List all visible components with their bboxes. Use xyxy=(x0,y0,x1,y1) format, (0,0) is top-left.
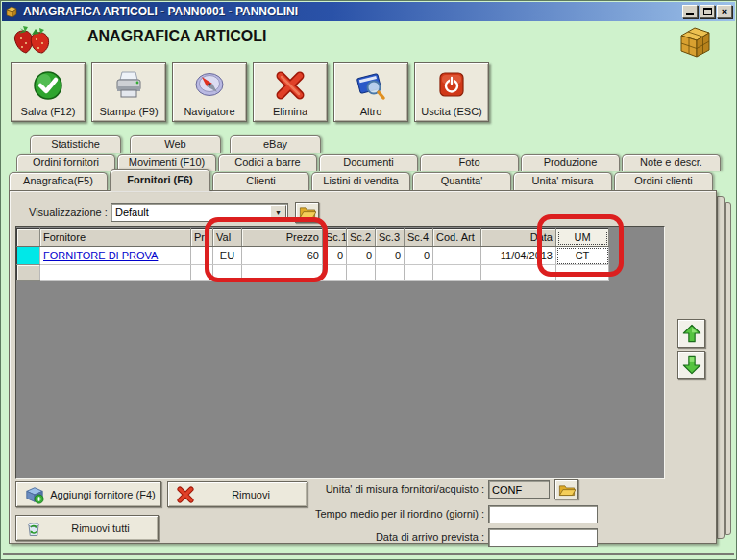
strawberries-icon xyxy=(11,22,55,57)
print-button[interactable]: Stampa (F9) xyxy=(91,62,166,122)
view-selector-dropdown[interactable]: Default ▼ xyxy=(111,203,288,222)
tab-codici-a-barre[interactable]: Codici a barre xyxy=(218,154,317,171)
arrow-up-icon xyxy=(681,323,702,344)
col-header-prezzo[interactable]: Prezzo xyxy=(242,229,323,247)
col-header-sc1[interactable]: Sc.1 xyxy=(323,229,347,247)
col-header-selector[interactable] xyxy=(17,229,40,247)
remove-all-button[interactable]: Rimuovi tutti xyxy=(15,515,159,541)
tab-produzione[interactable]: Produzione xyxy=(521,154,620,171)
package-cube-icon xyxy=(676,24,713,59)
cell-sc3[interactable]: 0 xyxy=(376,247,405,265)
tab-unita-misura[interactable]: Unita' misura xyxy=(513,172,612,190)
table-header-row: Fornitore Pri Val Prezzo Sc.1 Sc.2 Sc.3 … xyxy=(17,229,609,247)
trash-recycle-icon xyxy=(24,519,43,538)
tab-documenti[interactable]: Documenti xyxy=(319,154,418,171)
cell-cod-art[interactable] xyxy=(433,265,481,281)
um-fornitori-label: Unita' di misura fornitori/acquisto : xyxy=(163,483,484,495)
more-button[interactable]: Altro xyxy=(333,62,408,122)
red-x-icon xyxy=(274,69,307,102)
view-folder-button[interactable] xyxy=(295,202,319,223)
col-header-sc4[interactable]: Sc.4 xyxy=(405,229,433,247)
tab-web[interactable]: Web xyxy=(130,135,221,153)
cell-pri[interactable] xyxy=(191,265,213,281)
maximize-button[interactable] xyxy=(700,5,715,18)
cell-data[interactable] xyxy=(481,265,556,281)
window-bottom-edge xyxy=(3,553,734,555)
arrow-down-icon xyxy=(681,354,702,376)
cell-prezzo[interactable]: 60 xyxy=(242,247,323,265)
save-button-label: Salva (F12) xyxy=(21,106,76,117)
col-header-fornitore[interactable]: Fornitore xyxy=(40,229,191,247)
col-header-pri[interactable]: Pri xyxy=(191,229,213,247)
cell-prezzo[interactable] xyxy=(242,265,323,281)
riordino-input[interactable] xyxy=(488,505,598,523)
suppliers-table: Fornitore Pri Val Prezzo Sc.1 Sc.2 Sc.3 … xyxy=(16,228,609,281)
cell-sc2[interactable]: 0 xyxy=(347,247,376,265)
save-button[interactable]: Salva (F12) xyxy=(11,62,86,122)
close-icon: × xyxy=(722,7,727,17)
tab-clienti[interactable]: Clienti xyxy=(212,172,309,190)
tab-anagrafica[interactable]: Anagrafica(F5) xyxy=(9,172,108,190)
cell-sc2[interactable] xyxy=(347,265,376,281)
cell-um-selected[interactable]: CT xyxy=(556,247,609,265)
move-up-button[interactable] xyxy=(677,319,705,348)
navigator-button[interactable]: Navigatore xyxy=(172,62,247,122)
delete-button[interactable]: Elimina xyxy=(253,62,328,122)
app-window: ANAGRAFICA ARTICOLI - PANN0001 - PANNOLI… xyxy=(0,0,737,560)
folder-icon xyxy=(558,483,576,497)
more-button-label: Altro xyxy=(360,106,382,117)
cell-sc1[interactable]: 0 xyxy=(323,247,347,265)
exit-button[interactable]: Uscita (ESC) xyxy=(414,62,489,122)
col-header-val[interactable]: Val xyxy=(213,229,242,247)
um-folder-button[interactable] xyxy=(554,479,578,499)
tab-ebay[interactable]: eBay xyxy=(230,135,321,153)
cell-fornitore[interactable]: FORNITORE DI PROVA xyxy=(40,247,191,265)
cell-fornitore[interactable] xyxy=(40,265,191,281)
data-arrivo-input[interactable] xyxy=(488,528,598,547)
move-down-button[interactable] xyxy=(677,351,705,379)
supplier-link[interactable]: FORNITORE DI PROVA xyxy=(43,250,158,261)
chevron-down-icon[interactable]: ▼ xyxy=(270,205,286,220)
col-header-sc3[interactable]: Sc.3 xyxy=(376,229,405,247)
tab-statistiche[interactable]: Statistiche xyxy=(30,135,121,153)
tab-foto[interactable]: Foto xyxy=(420,154,519,171)
minimize-button[interactable] xyxy=(682,5,698,18)
cell-sc4[interactable] xyxy=(405,265,433,281)
cell-sc3[interactable] xyxy=(376,265,405,281)
suppliers-grid-area: Fornitore Pri Val Prezzo Sc.1 Sc.2 Sc.3 … xyxy=(15,226,665,479)
tab-fornitori[interactable]: Fornitori (F6) xyxy=(110,169,210,191)
save-check-icon xyxy=(32,69,64,102)
stacked-page-edge xyxy=(725,202,731,535)
col-header-cod-art[interactable]: Cod. Art xyxy=(433,229,481,247)
table-row-empty xyxy=(17,265,609,281)
close-button[interactable]: × xyxy=(717,5,732,18)
cell-val[interactable] xyxy=(213,265,242,281)
app-cube-icon xyxy=(5,5,18,18)
col-header-sc2[interactable]: Sc.2 xyxy=(347,229,376,247)
tab-listini-di-vendita[interactable]: Listini di vendita xyxy=(311,172,410,190)
fornitori-panel: Visualizzazione : Default ▼ Fornitore xyxy=(9,190,717,544)
window-title: ANAGRAFICA ARTICOLI - PANN0001 - PANNOLI… xyxy=(23,5,298,18)
view-selector-value: Default xyxy=(111,207,270,218)
row-selector-cell[interactable] xyxy=(17,247,40,265)
col-header-um[interactable]: UM xyxy=(556,229,609,247)
tab-ordini-clienti[interactable]: Ordini clienti xyxy=(614,172,713,190)
navigator-button-label: Navigatore xyxy=(184,106,234,117)
cell-val[interactable]: EU xyxy=(213,247,242,265)
cell-sc1[interactable] xyxy=(323,265,347,281)
maximize-icon xyxy=(703,8,712,15)
cell-cod-art[interactable] xyxy=(433,247,481,265)
page-title: ANAGRAFICA ARTICOLI xyxy=(87,28,266,45)
add-supplier-button[interactable]: Aggiungi fornitore (F4) xyxy=(15,481,161,507)
cell-data[interactable]: 11/04/2013 xyxy=(481,247,556,265)
cell-pri[interactable] xyxy=(191,247,213,265)
stacked-page-edge xyxy=(717,196,725,539)
col-header-data[interactable]: Data xyxy=(481,229,556,247)
cell-sc4[interactable]: 0 xyxy=(405,247,433,265)
um-fornitori-field[interactable]: CONF xyxy=(488,480,550,499)
cell-um[interactable] xyxy=(556,265,609,281)
tab-note-e-descr[interactable]: Note e descr. xyxy=(622,154,721,171)
tab-ordini-fornitori[interactable]: Ordini fornitori xyxy=(16,154,115,171)
row-selector-cell[interactable] xyxy=(17,265,40,281)
tab-quantita[interactable]: Quantita' xyxy=(412,172,511,190)
